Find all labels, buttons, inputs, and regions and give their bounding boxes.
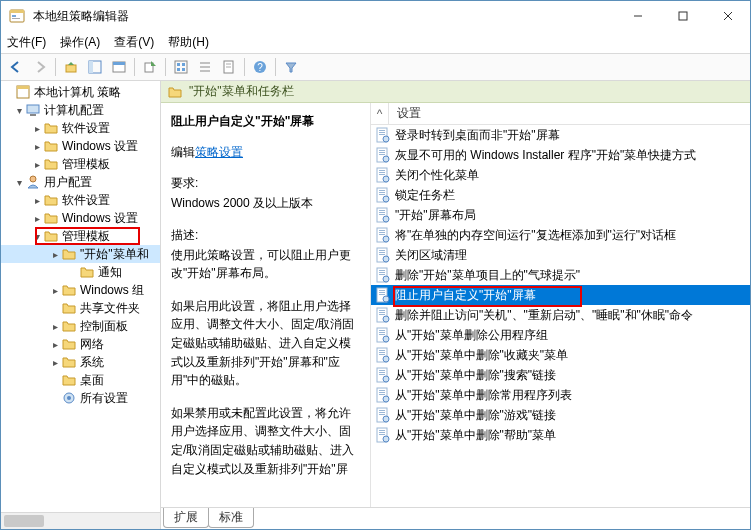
tree-item[interactable]: ▸软件设置 bbox=[1, 191, 160, 209]
svg-rect-57 bbox=[379, 214, 385, 215]
tree-item[interactable]: ▸"开始"菜单和 bbox=[1, 245, 160, 263]
twisty-icon[interactable]: ▸ bbox=[31, 159, 43, 170]
list-item[interactable]: "开始"屏幕布局 bbox=[371, 205, 750, 225]
forward-button[interactable] bbox=[29, 56, 51, 78]
list-button[interactable] bbox=[194, 56, 216, 78]
svg-rect-96 bbox=[379, 372, 385, 373]
minimize-button[interactable] bbox=[615, 1, 660, 31]
svg-rect-61 bbox=[379, 232, 385, 233]
twisty-icon[interactable]: ▸ bbox=[49, 357, 61, 368]
header-up-icon[interactable]: ^ bbox=[371, 103, 389, 124]
tree-computer-config[interactable]: ▾ 计算机配置 bbox=[1, 101, 160, 119]
tree-root[interactable]: 本地计算机 策略 bbox=[1, 83, 160, 101]
policy-item-icon bbox=[375, 367, 391, 383]
tree-hscrollbar[interactable] bbox=[1, 512, 160, 529]
list-item-label: 删除"开始"菜单项目上的"气球提示" bbox=[395, 267, 580, 284]
tab-extended[interactable]: 扩展 bbox=[163, 508, 209, 528]
menu-help[interactable]: 帮助(H) bbox=[168, 34, 209, 51]
policy-settings-link[interactable]: 策略设置 bbox=[195, 145, 243, 159]
tree-item[interactable]: ▸Windows 设置 bbox=[1, 209, 160, 227]
twisty-icon[interactable]: ▾ bbox=[13, 177, 25, 188]
svg-point-83 bbox=[383, 316, 389, 322]
list-item-label: 从"开始"菜单中删除"搜索"链接 bbox=[395, 367, 556, 384]
svg-rect-62 bbox=[379, 234, 385, 235]
menu-action[interactable]: 操作(A) bbox=[60, 34, 100, 51]
maximize-button[interactable] bbox=[660, 1, 705, 31]
svg-rect-60 bbox=[379, 230, 385, 231]
svg-point-43 bbox=[383, 156, 389, 162]
console-button[interactable] bbox=[108, 56, 130, 78]
refresh-button[interactable] bbox=[170, 56, 192, 78]
settings-list[interactable]: 登录时转到桌面而非"开始"屏幕灰显不可用的 Windows Installer … bbox=[371, 125, 750, 507]
list-item[interactable]: 登录时转到桌面而非"开始"屏幕 bbox=[371, 125, 750, 145]
tree-item[interactable]: ▸Windows 组 bbox=[1, 281, 160, 299]
list-item[interactable]: 从"开始"菜单中删除常用程序列表 bbox=[371, 385, 750, 405]
close-button[interactable] bbox=[705, 1, 750, 31]
list-item[interactable]: 关闭个性化菜单 bbox=[371, 165, 750, 185]
svg-rect-65 bbox=[379, 250, 385, 251]
svg-rect-75 bbox=[379, 290, 385, 291]
list-item[interactable]: 灰显不可用的 Windows Installer 程序"开始"菜单快捷方式 bbox=[371, 145, 750, 165]
svg-rect-100 bbox=[379, 390, 385, 391]
tree-item[interactable]: 共享文件夹 bbox=[1, 299, 160, 317]
tree-item[interactable]: ▸系统 bbox=[1, 353, 160, 371]
tree-item[interactable]: 桌面 bbox=[1, 371, 160, 389]
tab-standard[interactable]: 标准 bbox=[208, 508, 254, 528]
list-item[interactable]: 从"开始"菜单中删除"搜索"链接 bbox=[371, 365, 750, 385]
svg-point-31 bbox=[30, 176, 36, 182]
svg-point-93 bbox=[383, 356, 389, 362]
list-item[interactable]: 将"在单独的内存空间运行"复选框添加到"运行"对话框 bbox=[371, 225, 750, 245]
twisty-icon[interactable]: ▸ bbox=[49, 249, 61, 260]
back-button[interactable] bbox=[5, 56, 27, 78]
twisty-icon[interactable]: ▸ bbox=[31, 195, 43, 206]
show-tree-button[interactable] bbox=[84, 56, 106, 78]
menu-file[interactable]: 文件(F) bbox=[7, 34, 46, 51]
list-item[interactable]: 从"开始"菜单中删除"游戏"链接 bbox=[371, 405, 750, 425]
toolbar-separator bbox=[134, 58, 135, 76]
tree-item[interactable]: 所有设置 bbox=[1, 389, 160, 407]
twisty-icon[interactable]: ▾ bbox=[13, 105, 25, 116]
toolbar-separator bbox=[165, 58, 166, 76]
tree-item[interactable]: ▸软件设置 bbox=[1, 119, 160, 137]
up-button[interactable] bbox=[60, 56, 82, 78]
tree-item[interactable]: ▸Windows 设置 bbox=[1, 137, 160, 155]
twisty-icon[interactable]: ▸ bbox=[31, 123, 43, 134]
tree-admin-templates[interactable]: ▾管理模板 bbox=[1, 227, 160, 245]
list-item[interactable]: 阻止用户自定义"开始"屏幕 bbox=[371, 285, 750, 305]
twisty-icon[interactable]: ▸ bbox=[31, 213, 43, 224]
filter-button[interactable] bbox=[280, 56, 302, 78]
list-item[interactable]: 从"开始"菜单删除公用程序组 bbox=[371, 325, 750, 345]
tree-item[interactable]: ▸控制面板 bbox=[1, 317, 160, 335]
column-settings[interactable]: 设置 bbox=[389, 105, 421, 122]
svg-rect-40 bbox=[379, 150, 385, 151]
twisty-icon[interactable]: ▾ bbox=[31, 231, 43, 242]
menu-view[interactable]: 查看(V) bbox=[114, 34, 154, 51]
list-item-label: "开始"屏幕布局 bbox=[395, 207, 476, 224]
tree-user-config[interactable]: ▾ 用户配置 bbox=[1, 173, 160, 191]
list-header[interactable]: ^ 设置 bbox=[371, 103, 750, 125]
list-item[interactable]: 锁定任务栏 bbox=[371, 185, 750, 205]
list-item[interactable]: 从"开始"菜单中删除"帮助"菜单 bbox=[371, 425, 750, 445]
scrollbar-thumb[interactable] bbox=[4, 515, 44, 527]
tree-item[interactable]: ▸管理模板 bbox=[1, 155, 160, 173]
tree[interactable]: 本地计算机 策略 ▾ 计算机配置 ▸软件设置 ▸Windows 设置 ▸管理模板… bbox=[1, 81, 160, 512]
list-item[interactable]: 从"开始"菜单中删除"收藏夹"菜单 bbox=[371, 345, 750, 365]
list-item-label: 关闭个性化菜单 bbox=[395, 167, 479, 184]
svg-rect-41 bbox=[379, 152, 385, 153]
twisty-icon[interactable]: ▸ bbox=[49, 339, 61, 350]
help-button[interactable]: ? bbox=[249, 56, 271, 78]
tree-item[interactable]: 通知 bbox=[1, 263, 160, 281]
svg-point-108 bbox=[383, 416, 389, 422]
description-text: 如果启用此设置，将阻止用户选择应用、调整文件大小、固定/取消固定磁贴或辅助磁贴、… bbox=[171, 297, 360, 390]
policy-item-icon bbox=[375, 287, 391, 303]
twisty-icon[interactable]: ▸ bbox=[31, 141, 43, 152]
list-item[interactable]: 删除"开始"菜单项目上的"气球提示" bbox=[371, 265, 750, 285]
tree-label: Windows 组 bbox=[80, 282, 144, 299]
export-button[interactable] bbox=[139, 56, 161, 78]
properties-button[interactable] bbox=[218, 56, 240, 78]
twisty-icon[interactable]: ▸ bbox=[49, 285, 61, 296]
list-item[interactable]: 删除并阻止访问"关机"、"重新启动"、"睡眠"和"休眠"命令 bbox=[371, 305, 750, 325]
twisty-icon[interactable]: ▸ bbox=[49, 321, 61, 332]
list-item[interactable]: 关闭区域清理 bbox=[371, 245, 750, 265]
tree-item[interactable]: ▸网络 bbox=[1, 335, 160, 353]
